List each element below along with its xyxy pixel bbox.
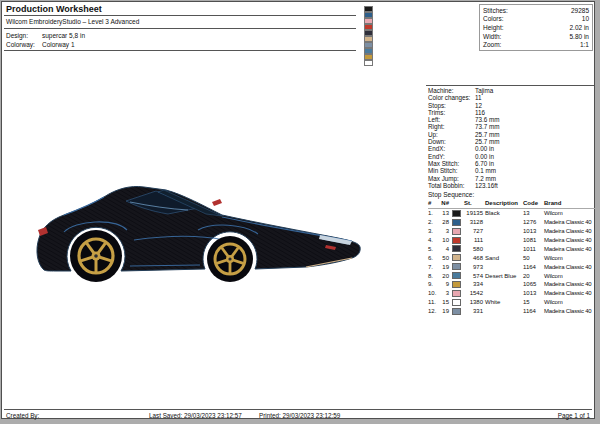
max-jump-value: 7.2 mm [475, 175, 496, 182]
thread-brand: Madeira Classic 40 [544, 219, 595, 225]
thread-brand: Madeira Classic 40 [544, 308, 595, 314]
thread-color-swatch [452, 228, 461, 235]
col-brand: Brand [544, 200, 595, 206]
row-number: 1. [428, 210, 439, 216]
thread-color-chip [364, 60, 373, 66]
stitch-count: 973 [464, 264, 485, 270]
stitches-label: Stitches: [483, 7, 508, 14]
up-label: Up: [428, 131, 438, 138]
thread-brand: Madeira Classic 40 [544, 228, 595, 234]
endy-value: 0.00 in [475, 153, 494, 160]
divider [4, 28, 356, 29]
col-stitches: St. [464, 200, 485, 206]
thread-brand: Madeira Classic 40 [544, 290, 595, 296]
stops-label: Stops: [428, 102, 446, 109]
width-value: 5.80 in [569, 33, 589, 40]
thread-description: White [485, 299, 523, 305]
height-value: 2.02 in [569, 24, 589, 31]
worksheet-page: Production Worksheet Wilcom EmbroiderySt… [1, 1, 595, 419]
embroidery-design-image [30, 178, 375, 296]
endx-label: EndX: [428, 145, 445, 152]
thread-code: 1011 [523, 246, 544, 252]
stop-sequence-row: 10.315421013Madeira Classic 40 [428, 289, 595, 298]
stitch-count: 3128 [464, 219, 485, 225]
stitch-count: 727 [464, 228, 485, 234]
width-label: Width: [483, 33, 501, 40]
stitch-count: 331 [464, 308, 485, 314]
design-label: Design: [6, 32, 28, 39]
needle-number: 50 [439, 255, 452, 261]
row-number: 8. [428, 273, 439, 279]
stop-sequence-row: 4.101111081Madeira Classic 40 [428, 236, 595, 245]
down-label: Down: [428, 138, 446, 145]
thread-description: Desert Blue [485, 273, 523, 279]
thread-color-palette [364, 6, 374, 66]
thread-color-swatch [452, 308, 461, 315]
stop-sequence-row: 3.37271013Madeira Classic 40 [428, 227, 595, 236]
divider [4, 15, 356, 16]
thread-code: 15 [523, 299, 544, 305]
thread-code: 1013 [523, 290, 544, 296]
left-value: 73.6 mm [475, 116, 500, 123]
row-number: 9. [428, 281, 439, 287]
zoom-value: 1:1 [580, 41, 589, 48]
col-description: Description [485, 200, 523, 206]
left-label: Left: [428, 116, 440, 123]
height-label: Height: [483, 24, 504, 31]
endy-label: EndY: [428, 153, 445, 160]
row-number: 5. [428, 246, 439, 252]
needle-number: 28 [439, 219, 452, 225]
down-value: 25.7 mm [475, 138, 500, 145]
thread-brand: Wilcom [544, 273, 595, 279]
trims-value: 116 [475, 109, 485, 116]
row-number: 2. [428, 219, 439, 225]
needle-number: 4 [439, 246, 452, 252]
needle-number: 19 [439, 264, 452, 270]
footer-divider [4, 409, 592, 410]
min-stitch-label: Min Stitch: [428, 167, 457, 174]
needle-number: 13 [439, 210, 452, 216]
machine-value: Tajima [475, 87, 493, 94]
stop-sequence-row: 12.193311164Madeira Classic 40 [428, 307, 595, 316]
created-by: Created By: [6, 412, 39, 419]
needle-number: 20 [439, 273, 452, 279]
right-value: 73.7 mm [475, 123, 500, 130]
thread-brand: Wilcom [544, 299, 595, 305]
max-jump-label: Max Jump: [428, 175, 459, 182]
thread-description: Black [485, 210, 523, 216]
stop-sequence-row: 2.2831281276Madeira Classic 40 [428, 218, 595, 227]
stop-sequence-row: 11.151380White15Wilcom [428, 298, 595, 307]
stitch-count: 580 [464, 246, 485, 252]
thread-color-swatch [452, 290, 461, 297]
stop-sequence-row: 9.93341065Madeira Classic 40 [428, 280, 595, 289]
thread-color-swatch [452, 299, 461, 306]
thread-color-swatch [452, 219, 461, 226]
stitch-count: 574 [464, 273, 485, 279]
machine-label: Machine: [428, 87, 454, 94]
thread-code: 1276 [523, 219, 544, 225]
max-stitch-label: Max Stitch: [428, 160, 459, 167]
row-number: 12. [428, 308, 439, 314]
color-changes-label: Color changes: [428, 94, 470, 101]
row-number: 4. [428, 237, 439, 243]
thread-code: 1164 [523, 308, 544, 314]
colors-value: 10 [582, 15, 589, 22]
stitch-count: 468 [464, 255, 485, 261]
colorway-value: Colorway 1 [42, 41, 75, 48]
color-changes-value: 11 [475, 94, 482, 101]
thread-brand: Madeira Classic 40 [544, 281, 595, 287]
thread-brand: Wilcom [544, 210, 595, 216]
thread-color-swatch [452, 237, 461, 244]
stop-sequence-header: # N# St. Description Code Brand [428, 199, 595, 209]
stop-sequence-title: Stop Sequence: [428, 191, 474, 198]
software-name: Wilcom EmbroideryStudio – Level 3 Advanc… [6, 18, 139, 25]
row-number: 7. [428, 264, 439, 270]
machine-details-panel: Machine:Tajima Color changes:11 Stops:12… [428, 87, 594, 189]
zoom-label: Zoom: [483, 41, 501, 48]
thread-color-swatch [452, 254, 461, 261]
design-summary-box: Stitches:29285 Colors:10 Height:2.02 in … [479, 4, 593, 51]
max-stitch-value: 6.70 in [475, 160, 494, 167]
trims-label: Trims: [428, 109, 445, 116]
design-value: supercar 5,8 in [42, 32, 85, 39]
stitch-count: 1380 [464, 299, 485, 305]
